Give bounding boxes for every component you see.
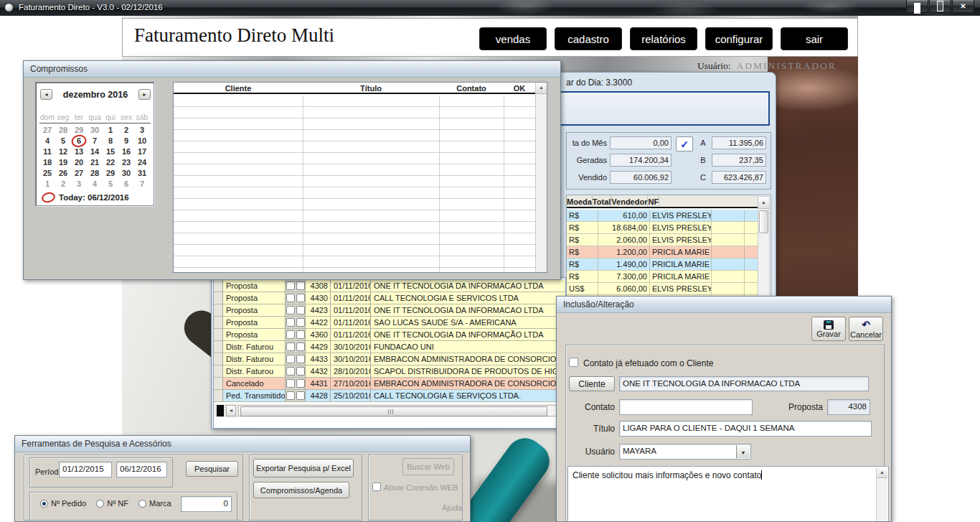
os-titlebar[interactable]: Faturamento Direto - V3.0 - 02/12/2016: [0, 0, 980, 16]
totals-abc-value-field[interactable]: 237,35: [712, 154, 766, 167]
contato-efetuado-checkbox[interactable]: [569, 358, 578, 367]
calendar-day-cell[interactable]: 21: [87, 157, 103, 168]
scrollbar-track[interactable]: [238, 405, 558, 416]
calendar-day-cell[interactable]: 19: [55, 157, 71, 168]
table-row[interactable]: US$ 6.060,00 ELVIS PRESLEY: [567, 283, 758, 295]
flag-checkbox[interactable]: [286, 330, 295, 339]
calendar-day-cell[interactable]: 6: [118, 179, 134, 190]
totals-check-button[interactable]: [676, 136, 693, 152]
table-row[interactable]: R$ 2.060,00 ELVIS PRESLEY: [567, 234, 758, 246]
calendar-day-cell[interactable]: 11: [39, 146, 55, 157]
calendar-day-cell[interactable]: 30: [118, 168, 134, 179]
calendar-day-cell[interactable]: 1: [39, 179, 55, 190]
calendar-day-cell[interactable]: 12: [55, 146, 71, 157]
cliente-field[interactable]: ONE IT TECNOLOGIA DA INFORMACAO LTDA: [619, 376, 869, 391]
compromissos-titlebar[interactable]: Compromissos: [24, 61, 560, 78]
proposals-horizontal-scrollbar[interactable]: ◄: [215, 404, 565, 417]
flag-checkbox[interactable]: [296, 330, 305, 339]
pesquisar-button[interactable]: Pesquisar: [186, 461, 238, 477]
cell-row-selector[interactable]: [214, 378, 223, 389]
titulo-field[interactable]: LIGAR PARA O CLIENTE - DAQUI 1 SEMANA: [619, 421, 872, 437]
cell-row-selector[interactable]: [214, 317, 223, 328]
calendar-day-cell[interactable]: 24: [134, 157, 150, 168]
calendar-day-cell[interactable]: 4: [87, 179, 103, 190]
radio-option[interactable]: Marca: [138, 499, 171, 508]
calendar-day-cell[interactable]: 16: [118, 146, 134, 157]
table-row[interactable]: Distr. Faturou 4429 30/10/2016 FUNDACAO …: [214, 341, 565, 353]
exportar-excel-button[interactable]: Exportar Pesquisa p/ Excel: [253, 459, 354, 477]
totals-abc-value-field[interactable]: 623.426,87: [712, 171, 766, 184]
cell-row-selector[interactable]: [214, 390, 223, 401]
periodo-to-field[interactable]: 06/12/2016: [116, 462, 167, 477]
calendar-day-cell[interactable]: 5: [103, 179, 118, 190]
flag-checkbox[interactable]: [286, 294, 295, 302]
cell-row-selector[interactable]: [214, 304, 223, 316]
compromissos-agenda-button[interactable]: Compromissos/Agenda: [253, 482, 349, 498]
calendar-day-cell[interactable]: 17: [134, 146, 150, 157]
totals-abc-value-field[interactable]: 11.395,06: [712, 136, 766, 149]
calendar-day-cell[interactable]: 26: [55, 168, 71, 179]
flag-checkbox[interactable]: [296, 281, 305, 290]
sales-column-header[interactable]: Moeda: [567, 195, 593, 207]
calendar-day-cell[interactable]: 6: [71, 136, 87, 146]
calendar-day-cell[interactable]: 5: [55, 136, 71, 146]
calendar-day-cell[interactable]: 9: [118, 136, 134, 146]
calendar-day-cell[interactable]: 27: [71, 168, 87, 179]
calendar-day-cell[interactable]: 3: [134, 125, 150, 136]
calendar-today-row[interactable]: Today: 06/12/2016: [42, 192, 129, 202]
sales-column-header[interactable]: NF: [648, 195, 659, 207]
sales-column-header[interactable]: Total: [593, 195, 611, 207]
periodo-from-field[interactable]: 01/12/2015: [59, 462, 112, 477]
calendar-day-cell[interactable]: 13: [71, 146, 87, 157]
calendar-day-cell[interactable]: 27: [39, 125, 55, 136]
calendar-day-cell[interactable]: 10: [134, 136, 150, 146]
window-control-button[interactable]: [952, 0, 974, 13]
calendar-day-cell[interactable]: 29: [103, 168, 118, 179]
flag-checkbox[interactable]: [286, 306, 295, 314]
calendar-day-cell[interactable]: 18: [39, 157, 55, 168]
table-row[interactable]: Ped. Transmitido 4428 25/10/2016 CALL TE…: [214, 390, 565, 402]
calendar-day-cell[interactable]: 2: [118, 125, 134, 136]
menu-button[interactable]: vendas: [479, 27, 547, 50]
flag-checkbox[interactable]: [296, 318, 305, 327]
calendar-day-cell[interactable]: 8: [103, 136, 118, 146]
calendar-day-cell[interactable]: 15: [103, 146, 118, 157]
scroll-left-icon[interactable]: ◄: [226, 405, 236, 416]
calendar-day-cell[interactable]: 25: [39, 168, 55, 179]
window-control-button[interactable]: [929, 0, 951, 13]
flag-checkbox[interactable]: [296, 391, 305, 400]
calendar-day-cell[interactable]: 23: [118, 157, 134, 168]
flag-checkbox[interactable]: [286, 281, 295, 290]
cell-row-selector[interactable]: [214, 353, 223, 365]
table-row[interactable]: R$ 18.684,00 ELVIS PRESLEY: [567, 222, 758, 234]
combo-dropdown-button[interactable]: [736, 445, 750, 458]
scrollbar-thumb[interactable]: [759, 210, 768, 233]
scrollbar-thumb[interactable]: [240, 406, 547, 416]
flag-checkbox[interactable]: [286, 367, 295, 376]
menu-button[interactable]: cadastro: [555, 27, 622, 50]
table-row[interactable]: Distr. Faturou 4433 30/10/2016 EMBRACON …: [214, 353, 565, 365]
menu-button[interactable]: sair: [781, 27, 848, 50]
calendar-day-cell[interactable]: 3: [71, 179, 87, 190]
calendar-day-cell[interactable]: 20: [71, 157, 87, 168]
menu-button[interactable]: relatórios: [630, 27, 697, 50]
cell-row-selector[interactable]: [214, 341, 223, 353]
table-row[interactable]: Proposta 4430 01/11/2016 CALL TECNOLOGIA…: [214, 292, 565, 304]
ajuda-link[interactable]: Ajuda: [442, 503, 462, 512]
radio-option[interactable]: Nº NF: [96, 499, 128, 508]
cell-row-selector[interactable]: [214, 292, 223, 304]
table-row[interactable]: Proposta 4308 01/11/2016 ONE IT TECNOLOG…: [214, 280, 565, 292]
window-control-button[interactable]: [906, 0, 928, 13]
ferramentas-titlebar[interactable]: Ferramentas de Pesquisa e Acessórios: [15, 436, 470, 452]
table-row[interactable]: R$ 7.300,00 PRICILA MARIE PR: [567, 271, 758, 283]
calendar-day-cell[interactable]: 31: [134, 168, 150, 179]
flag-checkbox[interactable]: [286, 379, 295, 388]
scroll-up-icon[interactable]: ▲: [536, 83, 547, 94]
inclusao-titlebar[interactable]: Inclusão/Alteração: [557, 297, 891, 313]
table-row[interactable]: Proposta 4423 01/11/2016 ONE IT TECNOLOG…: [214, 304, 565, 317]
table-row[interactable]: Proposta 4360 01/11/2016 ONE IT TECNOLOG…: [214, 329, 565, 341]
gravar-button[interactable]: Gravar: [811, 317, 846, 341]
menu-button[interactable]: configurar: [705, 27, 773, 50]
flag-checkbox[interactable]: [296, 294, 305, 302]
calendar-day-cell[interactable]: 4: [39, 136, 55, 146]
